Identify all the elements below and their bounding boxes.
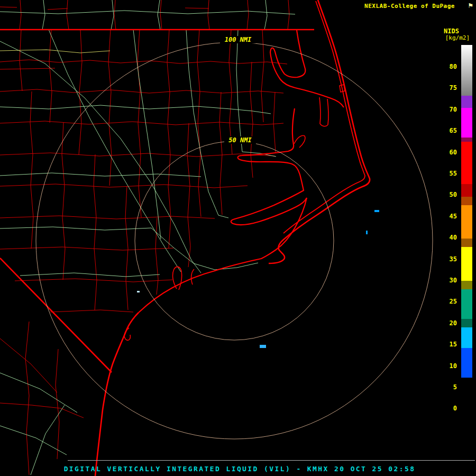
colorbar-tick-label: 20 [450,320,457,327]
colorbar-segment [461,142,472,184]
colorbar-tick-label: 75 [450,85,457,91]
colorbar [461,45,472,403]
colorbar-segment [461,348,472,378]
precip-echo [374,210,379,212]
colorbar-segment [461,319,472,327]
colorbar-tick-label: 30 [450,277,457,284]
colorbar-segment [461,239,472,247]
road-lines [0,0,295,475]
colorbar-segment [461,378,472,403]
product-label: NIDS [444,28,459,35]
colorbar-segment [461,138,472,142]
colorbar-tick-label: 15 [450,341,457,348]
colorbar-tick-label: 25 [450,298,457,305]
colorbar-tick-label: 55 [450,170,457,177]
precip-echo [260,345,266,348]
coastline [95,0,370,476]
nexlab-logo-icon: ⚑ [469,1,473,10]
colorbar-segment [461,108,472,138]
highway-lines [0,50,110,53]
header-title: NEXLAB-College of DuPage [364,3,455,10]
radar-display: NEXLAB-College of DuPage ⚑ NIDS [kg/m2] … [0,0,476,476]
colorbar-tick-label: 50 [450,191,457,198]
colorbar-segment [461,281,472,289]
colorbar-tick-label: 0 [453,405,457,412]
precip-echo [137,291,140,292]
colorbar-segment [461,184,472,197]
product-caption: DIGITAL VERTICALLY INTEGRATED LIQUID (VI… [64,465,416,473]
colorbar-segment [461,289,472,319]
precip-echo [366,231,368,234]
colorbar-segment [461,205,472,239]
colorbar-tick-label: 80 [450,63,457,70]
colorbar-tick-label: 40 [450,234,457,241]
units-label: [kg/m2] [445,34,470,41]
footer-divider [68,460,475,461]
colorbar-tick-label: 35 [450,256,457,263]
colorbar-tick-label: 10 [450,363,457,370]
colorbar-tick-label: 70 [450,106,457,113]
colorbar-segment [461,327,472,349]
colorbar-segment [461,96,472,108]
range-ring-label-50: 50 NMI [224,136,256,144]
base-map [0,0,476,476]
colorbar-tick-label: 65 [450,127,457,134]
colorbar-tick-label: 45 [450,213,457,220]
colorbar-segment [461,197,472,205]
colorbar-tick-label: 5 [453,384,457,391]
colorbar-segment [461,45,472,96]
state-borders [0,30,314,372]
county-lines [0,0,289,475]
colorbar-tick-label: 60 [450,149,457,156]
colorbar-segment [461,247,472,281]
range-ring-label-100: 100 NMI [220,36,256,43]
range-rings [36,42,433,439]
